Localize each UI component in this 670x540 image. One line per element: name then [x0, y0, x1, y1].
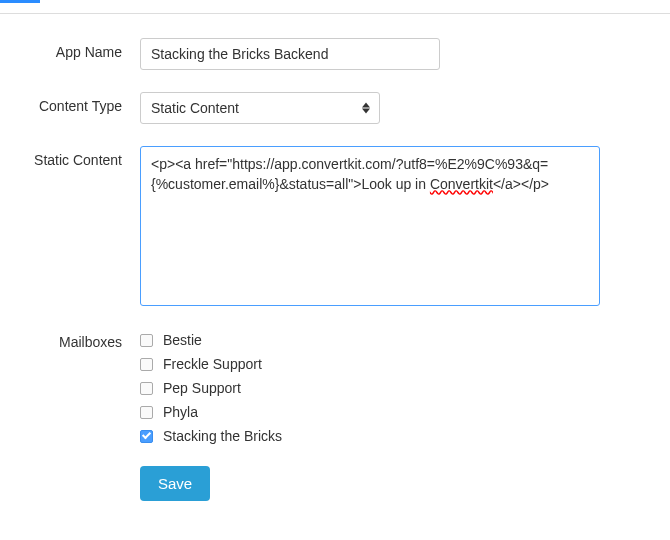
textarea-misspelled: Convertkit — [430, 176, 493, 192]
mailbox-item: Stacking the Bricks — [140, 428, 645, 444]
mailbox-checkbox[interactable] — [140, 358, 153, 371]
row-app-name: App Name — [20, 38, 650, 70]
mailbox-item: Pep Support — [140, 380, 645, 396]
label-app-name: App Name — [20, 38, 140, 60]
app-settings-form: App Name Content Type Static Content Sta… — [0, 38, 670, 501]
save-button[interactable]: Save — [140, 466, 210, 501]
mailbox-item: Phyla — [140, 404, 645, 420]
row-content-type: Content Type Static Content — [20, 92, 650, 124]
textarea-text: </a></p> — [493, 176, 549, 192]
tab-bar — [0, 0, 670, 14]
content-type-select[interactable]: Static Content — [140, 92, 380, 124]
mailbox-checkbox-list: BestieFreckle SupportPep SupportPhylaSta… — [140, 328, 645, 444]
active-tab-indicator — [0, 0, 40, 3]
row-static-content: Static Content <p><a href="https://app.c… — [20, 146, 650, 306]
button-row: Save — [140, 466, 650, 501]
label-mailboxes: Mailboxes — [20, 328, 140, 350]
mailbox-item: Freckle Support — [140, 356, 645, 372]
mailbox-label[interactable]: Freckle Support — [163, 356, 262, 372]
row-mailboxes: Mailboxes BestieFreckle SupportPep Suppo… — [20, 328, 650, 444]
static-content-textarea[interactable]: <p><a href="https://app.convertkit.com/?… — [140, 146, 600, 306]
app-name-input[interactable] — [140, 38, 440, 70]
label-static-content: Static Content — [20, 146, 140, 168]
mailbox-checkbox[interactable] — [140, 334, 153, 347]
mailbox-label[interactable]: Stacking the Bricks — [163, 428, 282, 444]
mailbox-checkbox[interactable] — [140, 382, 153, 395]
mailbox-checkbox[interactable] — [140, 430, 153, 443]
mailbox-label[interactable]: Bestie — [163, 332, 202, 348]
mailbox-checkbox[interactable] — [140, 406, 153, 419]
mailbox-label[interactable]: Phyla — [163, 404, 198, 420]
mailbox-label[interactable]: Pep Support — [163, 380, 241, 396]
label-content-type: Content Type — [20, 92, 140, 114]
mailbox-item: Bestie — [140, 332, 645, 348]
